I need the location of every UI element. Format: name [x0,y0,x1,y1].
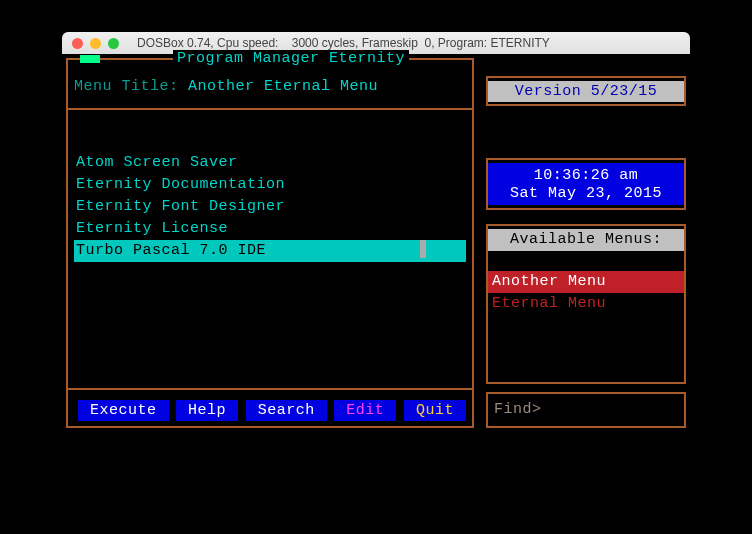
find-prompt[interactable]: Find> [488,394,684,426]
find-panel: Find> [486,392,686,428]
available-menus-header: Available Menus: [488,229,684,251]
scrollbar-thumb[interactable] [420,240,426,258]
main-panel: Program Manager Eternity Menu Title: Ano… [66,58,474,428]
quit-button[interactable]: Quit [404,400,466,421]
maximize-icon[interactable] [108,38,119,49]
version-panel: Version 5/23/15 [486,76,686,106]
help-button[interactable]: Help [176,400,238,421]
menu-title-row: Menu Title: Another Eternal Menu [74,78,466,95]
program-item[interactable]: Atom Screen Saver [74,152,466,174]
app-title: Program Manager Eternity [173,50,409,67]
window-title: DOSBox 0.74, Cpu speed: 3000 cycles, Fra… [137,36,550,50]
clock-panel: 10:36:26 am Sat May 23, 2015 [486,158,686,210]
traffic-lights [72,38,119,49]
button-row: Execute Help Search Edit Quit [78,400,466,421]
program-item[interactable]: Eternity Documentation [74,174,466,196]
dos-screen: Program Manager Eternity Menu Title: Ano… [62,54,690,474]
available-menus-panel: Available Menus: Another Menu Eternal Me… [486,224,686,384]
execute-button[interactable]: Execute [78,400,169,421]
close-icon[interactable] [72,38,83,49]
search-button[interactable]: Search [246,400,327,421]
divider [68,108,472,110]
clock-date: Sat May 23, 2015 [488,185,684,202]
menu-title-label: Menu Title: [74,78,179,95]
menu-title-value: Another Eternal Menu [188,78,378,95]
version-label: Version 5/23/15 [488,81,684,102]
clock-time: 10:36:26 am [488,167,684,184]
close-box-icon[interactable] [80,55,100,63]
program-item-selected[interactable]: Turbo Pascal 7.0 IDE [74,240,466,262]
minimize-icon[interactable] [90,38,101,49]
menu-item[interactable]: Eternal Menu [488,293,684,315]
program-item[interactable]: Eternity Font Designer [74,196,466,218]
clock-strip: 10:36:26 am Sat May 23, 2015 [488,163,684,205]
program-item[interactable]: Eternity License [74,218,466,240]
menu-item-selected[interactable]: Another Menu [488,271,684,293]
divider [68,388,472,390]
program-list: Atom Screen Saver Eternity Documentation… [74,152,466,262]
edit-button[interactable]: Edit [334,400,396,421]
